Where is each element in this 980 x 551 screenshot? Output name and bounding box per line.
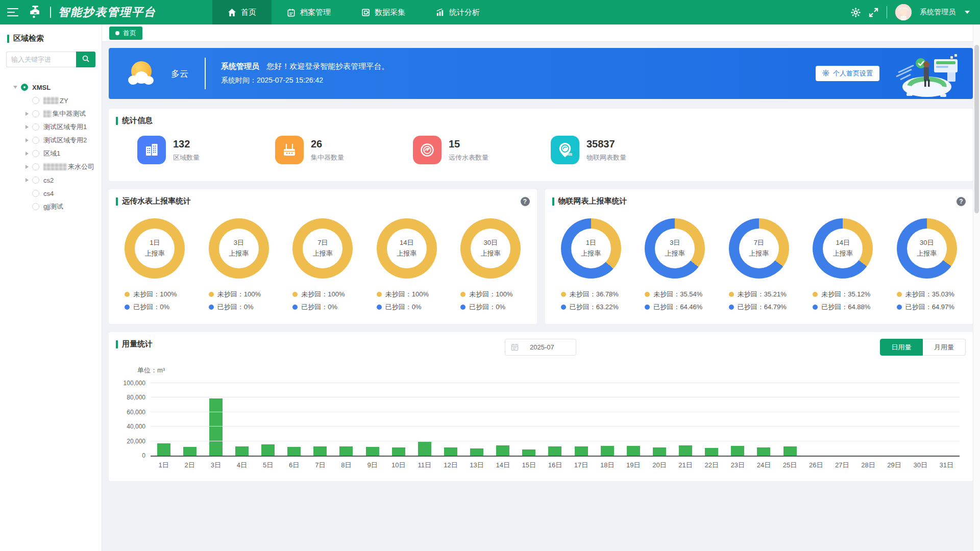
fullscreen-icon[interactable] — [869, 8, 878, 17]
tree-item[interactable]: 来水公司 — [0, 160, 102, 173]
nav-tab-label: 首页 — [241, 8, 256, 17]
usage-mode-button[interactable]: 日用量 — [880, 339, 923, 356]
tree-item[interactable]: 测试区域专用2 — [0, 134, 102, 147]
tree-radio[interactable] — [32, 137, 39, 144]
help-icon[interactable]: ? — [521, 197, 530, 206]
tree-caret-icon[interactable] — [26, 152, 29, 156]
region-search-input[interactable] — [6, 52, 76, 67]
tree-caret-icon[interactable] — [26, 165, 29, 169]
usage-bar[interactable] — [287, 447, 301, 456]
report-rate-donut[interactable]: 7日 上报率 — [292, 218, 353, 279]
unread-legend-text: 未抄回：100% — [301, 290, 345, 299]
stat-label: 区域数量 — [173, 153, 200, 162]
cloudy-weather-icon — [128, 61, 157, 86]
usage-bar[interactable] — [757, 447, 770, 456]
month-picker[interactable]: 2025-07 — [505, 339, 576, 356]
usage-bar[interactable] — [679, 445, 692, 456]
tree-item[interactable]: cs4 — [0, 187, 102, 200]
read-legend-text: 已抄回：0% — [301, 303, 337, 312]
donut-metric-label: 上报率 — [229, 248, 249, 259]
tree-radio[interactable] — [21, 84, 28, 91]
tree-caret-icon[interactable] — [13, 86, 17, 89]
nav-tab-label: 档案管理 — [300, 8, 331, 17]
report-rate-donut[interactable]: 14日 上报率 — [377, 218, 437, 279]
report-rate-donut[interactable]: 1日 上报率 — [125, 218, 185, 279]
usage-bar[interactable] — [653, 447, 666, 456]
page-tab-home[interactable]: 首页 — [109, 27, 142, 40]
usage-bar[interactable] — [731, 446, 744, 456]
usage-bar[interactable] — [157, 443, 170, 456]
donut-cell: 3日 上报率 未抄回：100% 已抄回：0% — [201, 218, 277, 312]
tree-item[interactable]: gjj测试 — [0, 200, 102, 213]
report-rate-donut[interactable]: 7日 上报率 — [729, 218, 789, 279]
usage-bar[interactable] — [418, 442, 431, 456]
tree-item[interactable]: ZY — [0, 94, 102, 107]
unread-legend-text: 未抄回：100% — [469, 290, 512, 299]
tree-radio[interactable] — [32, 97, 39, 104]
user-menu-caret-icon[interactable] — [965, 11, 970, 14]
usage-bar[interactable] — [183, 447, 197, 456]
usage-bar[interactable] — [444, 447, 457, 456]
usage-bar[interactable] — [261, 444, 275, 456]
usage-mode-button[interactable]: 月用量 — [923, 339, 966, 356]
tree-item-label: 区域1 — [43, 149, 60, 158]
usage-bar[interactable] — [705, 448, 718, 456]
report-rate-donut[interactable]: 3日 上报率 — [209, 218, 269, 279]
sidebar-toggle-icon[interactable] — [7, 8, 18, 16]
usage-bar[interactable] — [392, 447, 405, 456]
usage-bar[interactable] — [496, 445, 509, 456]
usage-bar[interactable] — [470, 448, 483, 456]
search-button[interactable] — [76, 52, 95, 67]
usage-bar[interactable] — [339, 446, 353, 456]
help-icon[interactable]: ? — [957, 197, 966, 206]
tree-radio[interactable] — [32, 110, 39, 117]
tree-item[interactable]: XMSL — [0, 81, 102, 94]
usage-bar[interactable] — [601, 446, 614, 456]
report-rate-donut[interactable]: 30日 上报率 — [460, 218, 521, 279]
x-axis-tick: 21日 — [673, 461, 699, 470]
user-name[interactable]: 系统管理员 — [920, 8, 955, 17]
usage-bar[interactable] — [627, 446, 640, 456]
personal-homepage-settings-button[interactable]: 个人首页设置 — [816, 66, 879, 81]
usage-bar[interactable] — [548, 446, 561, 456]
usage-bar[interactable] — [783, 446, 797, 456]
tree-radio[interactable] — [32, 203, 39, 210]
unread-legend-dot — [729, 292, 734, 297]
nav-tab-home[interactable]: 首页 — [212, 0, 272, 24]
usage-bar[interactable] — [209, 398, 223, 456]
nav-tab-archive[interactable]: 档案管理 — [272, 0, 346, 24]
y-axis-tick: 20,000 — [114, 438, 145, 445]
unread-legend-dot — [460, 292, 465, 297]
tree-radio[interactable] — [32, 177, 39, 184]
settings-gear-icon[interactable] — [851, 8, 861, 17]
tree-item[interactable]: cs2 — [0, 173, 102, 187]
usage-bar[interactable] — [235, 446, 249, 456]
report-rate-donut[interactable]: 3日 上报率 — [645, 218, 705, 279]
usage-bar[interactable] — [366, 447, 379, 456]
nav-tab-collect[interactable]: 数据采集 — [346, 0, 421, 24]
report-rate-donut[interactable]: 30日 上报率 — [897, 218, 957, 279]
x-axis-tick: 24日 — [751, 461, 777, 470]
tree-caret-icon[interactable] — [26, 125, 29, 129]
scrollbar-thumb[interactable] — [974, 45, 979, 213]
user-avatar[interactable] — [895, 4, 912, 20]
tree-radio[interactable] — [32, 190, 39, 197]
tree-item[interactable]: 区域1 — [0, 147, 102, 160]
unread-legend-dot — [292, 292, 298, 297]
report-rate-donut[interactable]: 1日 上报率 — [561, 218, 621, 279]
report-rate-donut[interactable]: 14日 上报率 — [813, 218, 873, 279]
tree-radio[interactable] — [32, 123, 39, 131]
tree-caret-icon[interactable] — [26, 178, 29, 182]
tree-item[interactable]: 集中器测试 — [0, 107, 102, 120]
tree-radio[interactable] — [32, 150, 39, 157]
tree-radio[interactable] — [32, 163, 39, 170]
nav-tab-stats[interactable]: 统计分析 — [421, 0, 495, 24]
usage-bar[interactable] — [313, 446, 327, 456]
tree-caret-icon[interactable] — [26, 138, 29, 142]
usage-bar[interactable] — [522, 449, 535, 456]
page-scrollbar[interactable] — [973, 24, 980, 551]
unread-legend-dot — [813, 292, 818, 297]
tree-caret-icon[interactable] — [26, 112, 29, 116]
tree-item[interactable]: 测试区域专用1 — [0, 120, 102, 134]
usage-bar[interactable] — [575, 446, 588, 456]
